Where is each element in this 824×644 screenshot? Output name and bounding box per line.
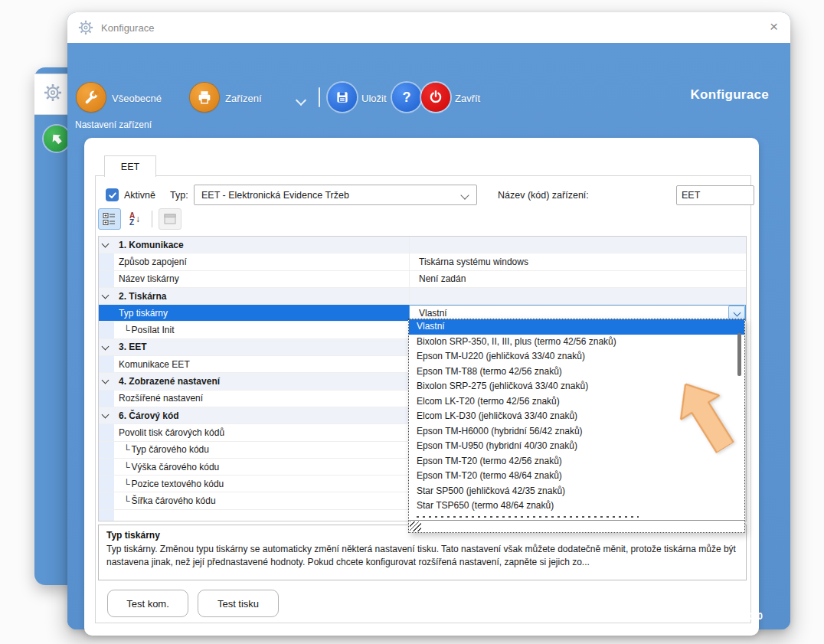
close-icon[interactable]: × bbox=[770, 18, 778, 35]
check-icon bbox=[108, 191, 117, 200]
dropdown-item[interactable]: Bixolon SRP-350, II, III, plus (termo 42… bbox=[409, 335, 744, 350]
property-value-cell[interactable] bbox=[409, 237, 746, 253]
breadcrumb: Nastavení zařízení bbox=[75, 119, 152, 130]
gear-icon bbox=[78, 20, 93, 35]
grid-row[interactable]: Způsob zapojení Tiskárna systému windows bbox=[99, 253, 746, 270]
dropdown-item[interactable]: Epson TM-U220 (jehličková 33/40 znaků) bbox=[409, 349, 744, 364]
wrench-icon bbox=[83, 89, 100, 106]
sort-alphabetical-button[interactable]: AZ↓ bbox=[124, 209, 146, 229]
propertygrid-toolbar: AZ↓ bbox=[98, 208, 185, 230]
dialog-header: Konfigurace bbox=[691, 87, 769, 103]
property-name-cell[interactable]: Typ tiskárny bbox=[99, 305, 409, 321]
chevron-down-icon[interactable] bbox=[102, 411, 110, 419]
zarizeni-label[interactable]: Zařízení bbox=[225, 93, 262, 104]
property-name-cell[interactable]: Způsob zapojení bbox=[99, 253, 409, 270]
property-name-cell[interactable]: Komunikace EET bbox=[99, 356, 409, 372]
version-label: v.5.10.83.0 bbox=[715, 611, 763, 622]
chevron-down-icon[interactable] bbox=[102, 240, 110, 248]
property-value-cell[interactable] bbox=[409, 288, 746, 304]
dialog-body: Všeobecné Zařízení U bbox=[67, 43, 790, 629]
property-name-cell[interactable]: Rozšířené nastavení bbox=[99, 391, 409, 407]
property-value-cell[interactable]: Tiskárna systému windows bbox=[409, 253, 746, 270]
power-icon bbox=[428, 90, 443, 105]
typ-combobox[interactable]: EET - Elektronická Evidence Tržeb bbox=[194, 185, 477, 205]
toolbar-separator bbox=[319, 87, 320, 107]
property-name-cell[interactable]: Název tiskárny bbox=[99, 271, 409, 287]
nazev-input[interactable] bbox=[676, 185, 754, 205]
zarizeni-button[interactable] bbox=[190, 83, 219, 112]
property-name-cell[interactable]: Šířka čárového kódu bbox=[99, 492, 409, 508]
window-title: Konfigurace bbox=[101, 22, 154, 34]
tab-eet[interactable]: EET bbox=[104, 155, 156, 177]
grid-row[interactable]: Název tiskárny Není zadán bbox=[99, 271, 746, 288]
zavrit-button[interactable] bbox=[421, 83, 450, 112]
chevron-down-icon[interactable] bbox=[102, 291, 110, 299]
dropdown-item[interactable]: Vlastní bbox=[409, 319, 744, 335]
gear-icon bbox=[44, 83, 62, 102]
content-panel: EET Aktivně Typ: EET - Elektronická Evid… bbox=[84, 138, 759, 636]
property-description: Typ tiskárny Typ tiskárny. Změnou typu t… bbox=[98, 525, 747, 580]
sort-az-icon: AZ↓ bbox=[129, 212, 140, 226]
floppy-icon bbox=[335, 90, 350, 105]
property-name-cell[interactable]: Pozice textového kódu bbox=[99, 476, 409, 492]
dropdown-item[interactable]: Star SP500 (jehličková 42/35 znaků) bbox=[409, 484, 744, 499]
nazev-label: Název (kód) zařízení: bbox=[498, 190, 589, 201]
property-name-cell[interactable]: 4. Zobrazené nastavení bbox=[99, 373, 409, 389]
chevron-down-icon[interactable] bbox=[296, 95, 306, 106]
zavrit-label[interactable]: Zavřít bbox=[455, 93, 480, 104]
green-arrow-icon[interactable] bbox=[44, 126, 70, 152]
help-button[interactable]: ? bbox=[392, 83, 421, 112]
property-name-cell[interactable]: 2. Tiskárna bbox=[99, 288, 409, 304]
typ-combobox-value: EET - Elektronická Evidence Tržeb bbox=[201, 190, 349, 201]
property-name-cell[interactable]: Typ čárového kódu bbox=[99, 442, 409, 458]
dropdown-item[interactable]: Epson TM-T20 (termo 48/64 znaků) bbox=[409, 469, 744, 484]
screen: Konfigurace × Všeobecné Zařízení bbox=[0, 0, 824, 644]
vseobecne-button[interactable] bbox=[77, 83, 106, 112]
property-name-cell[interactable]: 1. Komunikace bbox=[99, 237, 409, 253]
description-text: Typ tiskárny. Změnou typu tiskárny se au… bbox=[106, 543, 738, 570]
chevron-down-icon[interactable] bbox=[460, 191, 469, 199]
dropdown-scrollbar[interactable] bbox=[737, 333, 741, 376]
property-pages-icon bbox=[164, 214, 176, 224]
dropdown-resize-grip[interactable] bbox=[409, 520, 744, 532]
ulozit-button[interactable] bbox=[328, 83, 357, 112]
aktivne-label: Aktivně bbox=[124, 190, 155, 201]
grid-row[interactable]: 2. Tiskárna bbox=[99, 288, 746, 305]
konfigurace-dialog: Konfigurace × Všeobecné Zařízení bbox=[67, 12, 790, 629]
ulozit-label[interactable]: Uložit bbox=[361, 93, 387, 104]
grid-row[interactable]: 1. Komunikace bbox=[99, 237, 746, 253]
chevron-down-icon[interactable] bbox=[102, 342, 110, 350]
categorized-view-button[interactable] bbox=[98, 208, 121, 230]
property-name-cell[interactable]: Povolit tisk čárových kódů bbox=[99, 424, 409, 440]
chevron-down-icon[interactable] bbox=[102, 377, 110, 384]
dropdown-item[interactable]: Epson TM-T20 (termo 42/56 znaků) bbox=[409, 454, 744, 469]
property-name-cell[interactable]: 6. Čárový kód bbox=[99, 407, 409, 423]
dropdown-item[interactable]: Star TSP650 (termo 48/64 znaků) bbox=[409, 499, 744, 514]
dropdown-item[interactable]: Epson TM-T88 (termo 42/56 znaků) bbox=[409, 364, 744, 380]
property-pages-button bbox=[159, 208, 181, 230]
property-value-cell[interactable]: Není zadán bbox=[409, 271, 746, 287]
property-name-cell[interactable]: Posílat Init bbox=[99, 322, 409, 338]
categorized-icon bbox=[103, 212, 116, 226]
printer-icon bbox=[196, 89, 213, 106]
dropdown-item[interactable] bbox=[409, 514, 744, 520]
toolbar-separator bbox=[152, 211, 152, 227]
test-tisku-button[interactable]: Test tisku bbox=[198, 590, 279, 617]
test-kom-button[interactable]: Test kom. bbox=[107, 590, 188, 617]
property-name-cell[interactable]: Výška čárového kódu bbox=[99, 459, 409, 475]
question-icon: ? bbox=[403, 90, 411, 106]
typ-label: Typ: bbox=[170, 190, 188, 201]
property-name-cell[interactable]: 3. EET bbox=[99, 339, 409, 355]
aktivne-checkbox[interactable] bbox=[106, 188, 119, 201]
title-bar[interactable]: Konfigurace × bbox=[67, 12, 790, 44]
vseobecne-label[interactable]: Všeobecné bbox=[112, 93, 162, 104]
